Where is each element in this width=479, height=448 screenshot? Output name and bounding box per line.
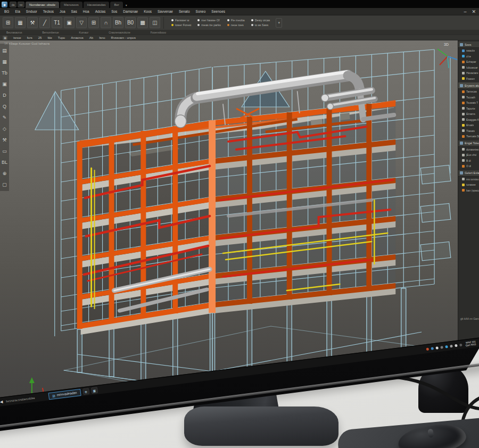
viewport-tool-icon[interactable]: ⊕	[1, 168, 9, 179]
ribbon-option[interactable]: neue toes	[227, 23, 245, 27]
viewport-tool-icon[interactable]: Q	[1, 101, 9, 112]
ribbon-tool-button[interactable]: ▽	[76, 17, 87, 28]
ribbon-tool-button[interactable]: ∩	[101, 17, 111, 28]
ribbon-tool-button[interactable]: ▩	[137, 17, 148, 28]
tray-icon[interactable]	[431, 347, 434, 350]
ribbon-option[interactable]: lower Forest	[171, 23, 191, 27]
menu-item[interactable]: Eia	[15, 10, 20, 13]
tray-icon[interactable]	[436, 346, 439, 350]
panel-section-header[interactable]: Gelert Exlara	[458, 170, 479, 177]
menu-item[interactable]: Hoa	[83, 10, 89, 13]
tray-icon[interactable]	[459, 343, 463, 346]
ribbon-option[interactable]: mer hawse Of	[197, 19, 220, 22]
close-button[interactable]: ✕	[472, 10, 476, 14]
tree-item[interactable]: Tlasats	[458, 128, 479, 134]
document-tab[interactable]: Havastasdas	[84, 2, 110, 8]
menu-item[interactable]: Sos	[111, 10, 117, 13]
menu-item[interactable]: Adcias	[95, 10, 106, 13]
viewport-tool-icon[interactable]: ▤	[1, 45, 9, 56]
tree-item[interactable]: jEus vhd	[458, 152, 479, 158]
tree-item[interactable]: o'ne	[458, 54, 479, 60]
viewport-tool-icon[interactable]: ▣	[1, 78, 9, 89]
menu-item[interactable]: Sas	[71, 10, 77, 13]
tree-item[interactable]: Iubcascar	[458, 65, 479, 71]
quick-access-button[interactable]: tst	[18, 2, 24, 7]
menu-item[interactable]: Snduor	[26, 10, 37, 13]
tray-icon[interactable]	[455, 344, 458, 347]
tree-item[interactable]: Fsasen	[458, 76, 479, 82]
taskbar-button-icon[interactable]: ⊕	[82, 388, 89, 395]
ribbon-tool-button[interactable]: ◫	[150, 17, 160, 28]
viewport-tool-icon[interactable]: ⚒	[1, 134, 9, 145]
tray-icon[interactable]	[450, 344, 453, 347]
ribbon-option[interactable]: Fle meoba	[227, 19, 245, 22]
view-toolbar-item[interactable]: Isno	[99, 36, 105, 39]
menu-item[interactable]: Teckos	[43, 10, 54, 13]
ribbon-tool-button[interactable]: T1	[52, 17, 62, 28]
quick-access-button[interactable]: da	[10, 2, 16, 7]
tree-item[interactable]: O di	[458, 163, 479, 169]
tree-item[interactable]: dunasetea	[458, 147, 479, 153]
panel-section-header[interactable]: Eryasrs akcuusct um	[458, 82, 479, 89]
viewport-tool-icon[interactable]: ▢	[1, 179, 9, 190]
tray-icon[interactable]	[440, 346, 443, 349]
menu-item[interactable]: Soneo	[196, 10, 206, 13]
view-toolbar-item[interactable]: fde	[47, 36, 52, 39]
ribbon-tool-button[interactable]: B0	[125, 17, 136, 28]
tree-item[interactable]: ms sxrstsv tvt	[458, 177, 479, 182]
view-toolbar-item[interactable]: fors	[27, 36, 32, 39]
axis-triad[interactable]: 3D	[437, 43, 457, 68]
view-toolbar-item[interactable]: Rvssvam - unpos	[111, 36, 136, 39]
menu-item[interactable]: Seenoes	[211, 10, 225, 13]
ribbon-tool-button[interactable]: ▣	[64, 17, 75, 28]
document-tab-active[interactable]: Nomdanae: obsde	[26, 2, 59, 8]
menu-item[interactable]: Savvenae	[158, 10, 173, 13]
tree-item[interactable]: Tscvath	[458, 95, 479, 101]
panel-section-header[interactable]: Sees	[458, 42, 479, 48]
app-logo-icon[interactable]: ◆	[2, 2, 7, 7]
tree-item[interactable]: Echapar	[458, 59, 479, 65]
tree-item[interactable]: Tseruats 58	[458, 134, 479, 139]
menu-item[interactable]: Koos	[144, 10, 152, 13]
tree-item[interactable]: Eruats	[458, 122, 479, 128]
tree-item[interactable]: Esaggas Ku	[458, 117, 479, 123]
view-toolbar-icon[interactable]: ▦	[3, 36, 7, 40]
tree-item[interactable]: Tapurte	[458, 106, 479, 112]
document-tab[interactable]: Manusees	[60, 2, 82, 8]
document-tab[interactable]: Ber	[110, 2, 122, 8]
menu-item[interactable]: Joa	[60, 10, 65, 13]
taskbar-button-icon[interactable]: ▣	[90, 387, 97, 394]
tree-item[interactable]: tunasee	[458, 182, 479, 188]
ribbon-option[interactable]: meas tre parks	[197, 23, 220, 27]
ribbon-option[interactable]: to as Sass	[251, 23, 270, 27]
ribbon-tool-button[interactable]: ▦	[15, 17, 26, 28]
ribbon-dropdown-icon[interactable]: ▾	[276, 18, 282, 28]
tree-item[interactable]: B di	[458, 158, 479, 164]
tray-icon[interactable]	[445, 345, 448, 348]
taskbar-clock[interactable]: WN2 101 Qan 4015	[465, 340, 476, 347]
viewport-tool-icon[interactable]: ▦	[1, 56, 9, 67]
viewport-tool-icon[interactable]: BL	[1, 156, 9, 168]
back-arrow-icon[interactable]: ◀	[0, 400, 3, 404]
menu-item[interactable]: BG	[4, 10, 9, 13]
ribbon-tool-button[interactable]: Bh	[113, 17, 123, 28]
viewport-tool-icon[interactable]: ▭	[1, 145, 9, 156]
menu-item[interactable]: Senato	[179, 10, 190, 13]
ribbon-tool-button[interactable]: ⚒	[27, 17, 38, 28]
ribbon-tool-button[interactable]: ⊞	[88, 17, 99, 28]
tree-item[interactable]: ban (spwcal	[458, 188, 479, 194]
tray-icon[interactable]	[426, 347, 430, 351]
view-toolbar-item[interactable]: Tupo	[58, 36, 65, 39]
view-toolbar-item[interactable]: tsnoe	[13, 36, 21, 39]
tab-overflow-icon[interactable]: ▾	[126, 3, 127, 7]
view-toolbar-item[interactable]: 25	[38, 36, 42, 39]
viewport-tool-icon[interactable]: ✎	[1, 112, 9, 123]
menu-item[interactable]: Damsnae	[123, 10, 138, 13]
viewport-tool-icon[interactable]: Tb	[1, 67, 9, 78]
ribbon-option[interactable]: Fanswer w	[171, 19, 191, 22]
panel-section-header[interactable]: Engal Tolecta	[458, 140, 479, 147]
tree-item[interactable]: Tsuwats T	[458, 100, 479, 106]
ribbon-tool-button[interactable]: ⊞	[3, 17, 13, 28]
ribbon-tool-button[interactable]: ╱	[39, 17, 50, 28]
view-toolbar-item[interactable]: Ab	[89, 36, 93, 39]
